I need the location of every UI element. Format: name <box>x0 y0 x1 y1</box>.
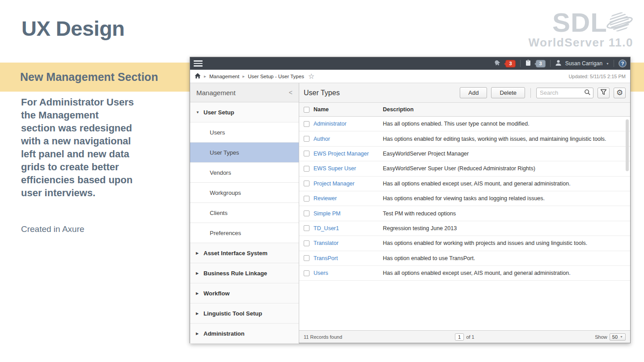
sidebar-item[interactable]: Workgroups <box>190 183 299 203</box>
filter-button[interactable] <box>597 88 610 98</box>
page-total-label: of 1 <box>466 334 474 340</box>
sidebar-item[interactable]: ▶ Linguistic Tool Setup <box>190 303 299 324</box>
topbar-divider <box>520 60 521 67</box>
nav-arrow-icon: ▶ <box>196 332 203 336</box>
table-row: Users Has all options enabled except use… <box>299 266 630 281</box>
breadcrumb-item-current[interactable]: User Setup - User Types <box>248 74 304 79</box>
user-type-description: EasyWorldServer Project Manager <box>383 151 630 157</box>
sidebar-item[interactable]: Preferences <box>190 223 299 243</box>
row-checkbox[interactable] <box>304 240 309 246</box>
add-button[interactable]: Add <box>460 87 487 98</box>
slide-title: UX Design <box>21 16 125 41</box>
pagination: 1 of 1 <box>455 333 474 341</box>
user-type-link[interactable]: EWS Project Manager <box>314 151 369 157</box>
records-count: 11 Records found <box>304 334 342 340</box>
table-footer: 11 Records found 1 of 1 Show 50 ▼ <box>299 330 630 343</box>
help-button[interactable]: ? <box>619 59 627 67</box>
row-checkbox[interactable] <box>304 270 309 276</box>
alerts-button[interactable]: 3 <box>494 59 515 68</box>
user-type-description: Has all options enabled except user, AIS… <box>383 270 630 276</box>
sidebar-item-label: Asset Interface System <box>203 250 267 257</box>
sidebar-item[interactable]: ▶ Workflow <box>190 283 299 303</box>
tasks-button[interactable]: 3 <box>525 59 546 67</box>
user-type-description: EasyWorldServer Super User (Reduced Admi… <box>383 165 630 172</box>
table-row: TransPort Has option enabled to use Tran… <box>299 251 630 266</box>
sidebar-item[interactable]: Vendors <box>190 163 299 183</box>
sidebar-item[interactable]: ▶ Administration <box>190 324 299 344</box>
nav-arrow-icon: ▼ <box>196 110 203 114</box>
home-icon[interactable] <box>195 73 201 80</box>
breadcrumb-separator-icon: ▸ <box>242 74 245 79</box>
page-number-input[interactable]: 1 <box>455 333 464 341</box>
sidebar-item-label: User Types <box>210 149 239 156</box>
page-size-value: 50 <box>612 334 618 340</box>
table-body: Administrator Has all options enabled. T… <box>299 117 630 330</box>
sidebar-item-label: Users <box>210 129 225 136</box>
user-type-link[interactable]: TD_User1 <box>314 225 339 232</box>
sidebar-item[interactable]: ▼ User Setup <box>190 102 299 122</box>
row-checkbox[interactable] <box>304 121 309 127</box>
sidebar-item[interactable]: User Types <box>190 143 299 163</box>
row-checkbox[interactable] <box>304 166 309 172</box>
menu-hamburger-icon[interactable] <box>194 60 203 67</box>
sidebar-item-label: Linguistic Tool Setup <box>203 310 262 317</box>
user-type-link[interactable]: Administrator <box>314 121 347 127</box>
user-type-link[interactable]: EWS Super User <box>314 165 356 172</box>
top-navbar: 3 3 Su <box>190 57 630 70</box>
user-type-link[interactable]: TransPort <box>314 255 338 261</box>
table-row: Author Has options enabled for editing t… <box>299 131 630 146</box>
table-row: Administrator Has all options enabled. T… <box>299 117 630 131</box>
bell-icon <box>494 59 501 68</box>
row-checkbox[interactable] <box>304 255 309 261</box>
row-checkbox[interactable] <box>304 225 309 231</box>
gear-icon: ⚙ <box>616 89 623 97</box>
sidebar-item[interactable]: ▶ Business Rule Linkage <box>190 263 299 283</box>
sidebar-item-label: Business Rule Linkage <box>203 270 267 277</box>
user-type-link[interactable]: Translator <box>314 240 339 246</box>
nav-arrow-icon: ▶ <box>196 271 203 275</box>
sidebar-item-label: Vendors <box>210 169 231 176</box>
settings-button[interactable]: ⚙ <box>614 88 626 98</box>
user-menu[interactable]: Susan Carrigan ▼ <box>555 59 609 67</box>
delete-button[interactable]: Delete <box>491 87 525 98</box>
sidebar-item-label: Clients <box>210 210 228 216</box>
vertical-scrollbar[interactable] <box>626 119 629 171</box>
app-window: 3 3 Su <box>190 57 631 343</box>
user-type-link[interactable]: Author <box>314 136 330 142</box>
sidebar-item-label: User Setup <box>203 109 234 116</box>
user-type-description: Test PM with reduced options <box>383 210 630 217</box>
sdl-logo-product: WorldServer 11.0 <box>528 36 633 50</box>
sidebar-item[interactable]: Users <box>190 122 299 143</box>
user-icon <box>555 59 562 67</box>
breadcrumb-item-management[interactable]: Management <box>209 74 239 79</box>
row-checkbox[interactable] <box>304 151 309 156</box>
column-header-name[interactable]: Name <box>314 106 383 113</box>
collapse-panel-icon[interactable]: < <box>289 89 292 96</box>
column-header-description[interactable]: Description <box>383 106 630 113</box>
nav-arrow-icon: ▶ <box>196 291 203 295</box>
page-size-select[interactable]: 50 ▼ <box>610 333 626 341</box>
sidebar-item[interactable]: ▶ Asset Interface System <box>190 243 299 263</box>
content-toolbar: User Types Add Delete <box>299 83 630 103</box>
nav-arrow-icon: ▶ <box>196 311 203 316</box>
row-checkbox[interactable] <box>304 136 309 142</box>
search-input[interactable] <box>540 89 582 96</box>
user-type-link[interactable]: Users <box>314 270 328 276</box>
select-all-checkbox[interactable] <box>304 107 309 113</box>
favorite-star-icon[interactable]: ☆ <box>308 72 314 80</box>
sdl-logo-text: SDL <box>552 9 607 36</box>
row-checkbox[interactable] <box>304 196 309 202</box>
user-type-description: Has options enabled for viewing tasks an… <box>383 195 630 202</box>
table-row: EWS Project Manager EasyWorldServer Proj… <box>299 147 630 161</box>
search-icon[interactable] <box>584 89 591 97</box>
nav-panel-title: Management <box>196 89 236 97</box>
table-row: Reviewer Has options enabled for viewing… <box>299 191 630 206</box>
content-panel: User Types Add Delete <box>299 83 630 343</box>
user-type-link[interactable]: Project Manager <box>314 181 355 187</box>
user-type-link[interactable]: Simple PM <box>314 210 340 217</box>
row-checkbox[interactable] <box>304 210 309 216</box>
row-checkbox[interactable] <box>304 181 309 186</box>
user-type-link[interactable]: Reviewer <box>314 195 337 202</box>
sidebar-item[interactable]: Clients <box>190 203 299 223</box>
nav-panel-header: Management < <box>190 83 299 102</box>
